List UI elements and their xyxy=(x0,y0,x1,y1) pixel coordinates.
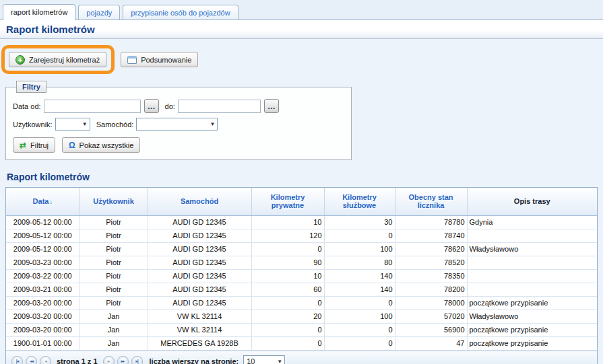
table-cell: 10 xyxy=(251,269,324,283)
table-cell: 0 xyxy=(324,336,395,350)
title-band: Raport kilometrów xyxy=(0,20,603,39)
date-to-input[interactable] xyxy=(178,100,261,113)
date-from-input[interactable] xyxy=(44,100,141,113)
table-cell: Piotr xyxy=(80,229,148,242)
table-row[interactable]: 2009-03-22 00:00PiotrAUDI GD 12345101407… xyxy=(6,269,597,283)
filters-date-row: Data od: ... do: ... xyxy=(13,99,344,113)
table-cell: Piotr xyxy=(80,215,148,229)
column-header-4[interactable]: Kilometry prywatne xyxy=(251,188,324,215)
table-cell: Piotr xyxy=(80,256,148,269)
table-cell: Piotr xyxy=(80,242,148,256)
summary-button[interactable]: Podsumowanie xyxy=(121,52,198,67)
table-cell: VW KL 32114 xyxy=(148,310,251,323)
table-cell: 0 xyxy=(251,323,324,336)
rows-per-page-select[interactable]: 10 ▼ xyxy=(243,355,285,364)
column-header-label: Data xyxy=(33,197,49,205)
table-body: 2009-05-12 00:00PiotrAUDI GD 12345103078… xyxy=(6,215,597,350)
table-cell: 140 xyxy=(324,269,395,283)
table-cell: 90 xyxy=(251,256,324,269)
table-cell: 2009-03-20 00:00 xyxy=(6,323,80,336)
table-cell: AUDI GD 12345 xyxy=(148,215,251,229)
car-select[interactable]: ▼ xyxy=(136,118,218,131)
date-to-label: do: xyxy=(165,102,175,110)
table-cell: VW KL 32114 xyxy=(148,323,251,336)
next-page-button: ▸ xyxy=(103,356,115,364)
column-header-1[interactable]: Data↓ xyxy=(6,188,80,215)
table-cell: 2009-03-20 00:00 xyxy=(6,310,80,323)
table-cell: 140 xyxy=(324,283,395,296)
table-row[interactable]: 1900-01-01 00:00JanMERCEDES GA 1928B0047… xyxy=(6,336,597,350)
table-cell: 47 xyxy=(395,336,467,350)
table-cell: AUDI GD 12345 xyxy=(148,283,251,296)
fast-next-page-button[interactable]: ▸▸ xyxy=(117,356,129,364)
table-cell: 10 xyxy=(251,215,324,229)
table-cell: 80 xyxy=(324,256,395,269)
tab-pojazdy[interactable]: pojazdy xyxy=(78,5,120,20)
show-all-button[interactable]: Pokaż wszystkie xyxy=(62,137,140,153)
table-cell: 78350 xyxy=(395,269,467,283)
date-to-picker-button[interactable]: ... xyxy=(264,99,279,113)
table-cell: 2009-05-12 00:00 xyxy=(6,215,80,229)
table-cell: 78200 xyxy=(395,283,467,296)
first-page-button[interactable]: |◂ xyxy=(11,356,23,364)
register-mileage-button[interactable]: Zarejestruj kilometraż xyxy=(9,52,106,67)
table-cell: początkowe przypisanie xyxy=(467,323,597,336)
column-header-label: Samochód xyxy=(181,197,218,205)
table-cell: 0 xyxy=(251,336,324,350)
table-cell: Gdynia xyxy=(467,215,597,229)
column-header-5[interactable]: Kilometry służbowe xyxy=(324,188,395,215)
chevron-down-icon: ▼ xyxy=(82,121,88,127)
column-header-3[interactable]: Samochód xyxy=(148,188,251,215)
sort-desc-icon: ↓ xyxy=(49,198,53,205)
table-cell: Piotr xyxy=(80,283,148,296)
filters-legend: Filtry xyxy=(16,81,46,93)
show-all-label: Pokaż wszystkie xyxy=(80,141,134,149)
table-row[interactable]: 2009-03-21 00:00PiotrAUDI GD 12345601407… xyxy=(6,283,597,296)
date-from-picker-button[interactable]: ... xyxy=(144,99,159,113)
omega-icon xyxy=(69,141,75,150)
add-icon xyxy=(15,55,25,65)
filter-button[interactable]: Filtruj xyxy=(13,137,55,153)
rows-per-page-value: 10 xyxy=(247,357,255,364)
chevron-down-icon: ▼ xyxy=(210,121,215,127)
table-cell: 120 xyxy=(251,229,324,242)
table-row[interactable]: 2009-03-20 00:00JanVW KL 321140056900poc… xyxy=(6,323,597,336)
table-row[interactable]: 2009-03-20 00:00PiotrAUDI GD 12345007800… xyxy=(6,296,597,310)
table-cell: 78780 xyxy=(395,215,467,229)
fast-prev-page-button[interactable]: ◂◂ xyxy=(26,356,37,364)
table-cell: 0 xyxy=(324,229,395,242)
table-row[interactable]: 2009-05-12 00:00PiotrAUDI GD 12345010078… xyxy=(6,242,597,256)
refresh-icon xyxy=(20,141,26,150)
table-cell: Piotr xyxy=(80,296,148,310)
table-cell: Jan xyxy=(80,323,148,336)
table-cell: 2009-05-12 00:00 xyxy=(6,242,80,256)
table-cell: Jan xyxy=(80,336,148,350)
filters-button-row: Filtruj Pokaż wszystkie xyxy=(13,137,344,153)
table-row[interactable]: 2009-05-12 00:00PiotrAUDI GD 12345103078… xyxy=(6,215,597,229)
column-header-2[interactable]: Użytkownik xyxy=(80,188,148,215)
table-cell: Władysławowo xyxy=(467,310,597,323)
table-cell: 0 xyxy=(324,323,395,336)
table-cell: 60 xyxy=(251,283,324,296)
table-row[interactable]: 2009-05-12 00:00PiotrAUDI GD 12345120078… xyxy=(6,229,597,242)
table-row[interactable]: 2009-03-20 00:00JanVW KL 321142010057020… xyxy=(6,310,597,323)
table-cell: 78000 xyxy=(395,296,467,310)
table-cell: AUDI GD 12345 xyxy=(148,269,251,283)
table-cell: 57020 xyxy=(395,310,467,323)
table-cell: Piotr xyxy=(80,269,148,283)
tab-raport-kilometrow[interactable]: raport kilometrów xyxy=(3,4,75,20)
column-header-6[interactable]: Obecny stan licznika xyxy=(395,188,467,215)
table-cell: 100 xyxy=(324,242,395,256)
table-row[interactable]: 2009-03-23 00:00PiotrAUDI GD 12345908078… xyxy=(6,256,597,269)
window-icon xyxy=(127,56,137,64)
app-window: raport kilometrów pojazdy przypisanie os… xyxy=(0,0,603,364)
rows-per-page-label: liczba wierszy na stronie: xyxy=(150,357,239,364)
user-label: Użytkownik: xyxy=(13,120,53,129)
column-header-label: Użytkownik xyxy=(93,197,134,205)
tab-przypisanie-osob[interactable]: przypisanie osób do pojazdów xyxy=(123,5,238,20)
last-page-button[interactable]: ▸| xyxy=(131,356,143,364)
table-cell: 20 xyxy=(251,310,324,323)
toolbar: Zarejestruj kilometraż Podsumowanie xyxy=(5,45,598,74)
user-select[interactable]: ▼ xyxy=(55,118,90,131)
column-header-label: Obecny stan licznika xyxy=(408,193,453,209)
